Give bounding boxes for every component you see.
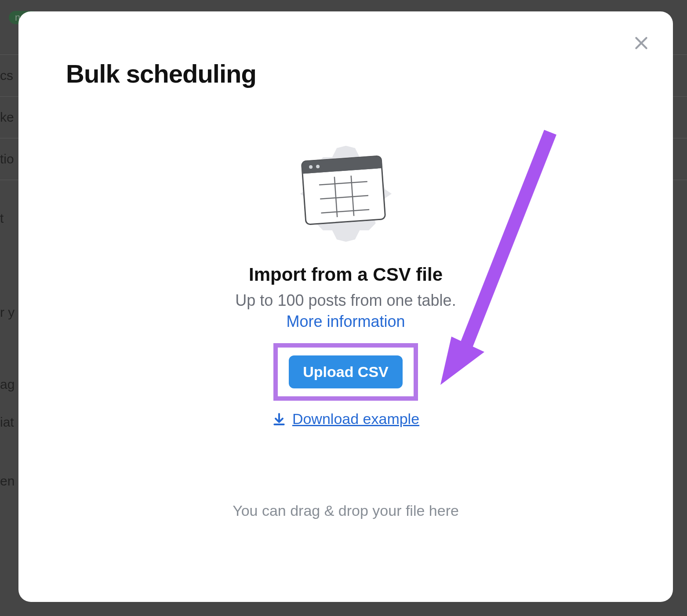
more-information-link[interactable]: More information bbox=[286, 312, 405, 331]
import-heading: Import from a CSV file bbox=[249, 264, 443, 285]
spreadsheet-icon bbox=[301, 155, 386, 226]
modal-title: Bulk scheduling bbox=[66, 59, 652, 88]
close-button[interactable] bbox=[631, 33, 652, 54]
csv-import-illustration bbox=[284, 141, 407, 246]
download-icon bbox=[272, 412, 286, 426]
download-example-text: Download example bbox=[292, 410, 419, 428]
import-subtext: Up to 100 posts from one table. bbox=[235, 291, 456, 310]
drag-drop-hint: You can drag & drop your file here bbox=[233, 502, 459, 519]
download-example-link[interactable]: Download example bbox=[272, 410, 419, 428]
upload-highlight-annotation: Upload CSV bbox=[273, 343, 418, 401]
bulk-scheduling-modal: Bulk scheduling Import from a CSV file U… bbox=[18, 11, 673, 602]
modal-body: Import from a CSV file Up to 100 posts f… bbox=[40, 141, 652, 519]
upload-csv-button[interactable]: Upload CSV bbox=[289, 355, 403, 388]
close-icon bbox=[632, 34, 650, 52]
